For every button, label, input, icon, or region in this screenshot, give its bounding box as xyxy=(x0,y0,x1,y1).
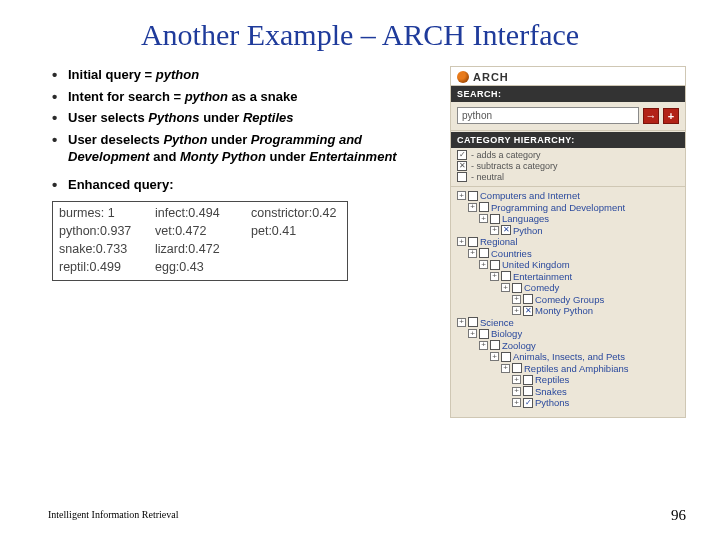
tree-label[interactable]: Python xyxy=(513,225,543,236)
tri-state-checkbox[interactable] xyxy=(490,214,500,224)
tree-row: + Snakes xyxy=(457,386,679,397)
tree-label[interactable]: Reptiles and Amphibians xyxy=(524,363,629,374)
table-cell: snake:0.733 xyxy=(59,241,149,258)
category-tree: + Computers and Internet+ Programming an… xyxy=(451,188,685,417)
tri-state-checkbox[interactable] xyxy=(468,317,478,327)
expand-icon[interactable]: + xyxy=(490,226,499,235)
expand-icon[interactable]: + xyxy=(479,260,488,269)
tri-state-checkbox[interactable]: ✓ xyxy=(523,398,533,408)
expand-icon[interactable]: + xyxy=(479,341,488,350)
tri-state-checkbox[interactable] xyxy=(490,260,500,270)
tri-state-checkbox[interactable] xyxy=(523,294,533,304)
expand-icon[interactable]: + xyxy=(457,191,466,200)
table-cell: burmes: 1 xyxy=(59,205,149,222)
tri-state-checkbox[interactable] xyxy=(479,248,489,258)
tree-label[interactable]: Monty Python xyxy=(535,305,593,316)
search-row: → + xyxy=(451,102,685,130)
slide-title: Another Example – ARCH Interface xyxy=(0,18,720,52)
bullet-list: Initial query = python Intent for search… xyxy=(52,66,438,193)
tri-state-checkbox[interactable]: ✕ xyxy=(501,225,511,235)
text-italic: python xyxy=(156,67,199,82)
legend-text: - adds a category xyxy=(471,150,541,160)
tree-row: +✕ Monty Python xyxy=(457,305,679,316)
tree-label[interactable]: United Kingdom xyxy=(502,259,570,270)
tree-label[interactable]: Animals, Insects, and Pets xyxy=(513,351,625,362)
enhanced-query-table: burmes: 1infect:0.494constrictor:0.42pyt… xyxy=(52,201,348,281)
tree-row: +✕ Python xyxy=(457,225,679,236)
tri-state-checkbox[interactable] xyxy=(523,386,533,396)
expand-icon[interactable]: + xyxy=(501,364,510,373)
legend-add: ✓ - adds a category xyxy=(457,150,679,160)
tri-state-checkbox[interactable] xyxy=(512,363,522,373)
tree-label[interactable]: Snakes xyxy=(535,386,567,397)
text: under xyxy=(270,149,310,164)
expand-icon[interactable]: + xyxy=(468,249,477,258)
tree-row: + Biology xyxy=(457,328,679,339)
expand-icon[interactable]: + xyxy=(457,237,466,246)
table-cell: egg:0.43 xyxy=(155,259,245,276)
tree-label[interactable]: Science xyxy=(480,317,514,328)
expand-icon[interactable]: + xyxy=(490,352,499,361)
tree-row: + Animals, Insects, and Pets xyxy=(457,351,679,362)
text: Intent for search = xyxy=(68,89,185,104)
expand-icon[interactable]: + xyxy=(468,203,477,212)
table-cell: reptil:0.499 xyxy=(59,259,149,276)
expand-icon[interactable]: + xyxy=(512,375,521,384)
content-area: Initial query = python Intent for search… xyxy=(0,66,720,418)
text: under xyxy=(211,132,251,147)
tree-row: + Comedy Groups xyxy=(457,294,679,305)
tree-row: + Science xyxy=(457,317,679,328)
tree-label[interactable]: Comedy xyxy=(524,282,559,293)
text-italic: python xyxy=(185,89,232,104)
expand-icon[interactable]: + xyxy=(479,214,488,223)
tri-state-checkbox[interactable] xyxy=(501,271,511,281)
tree-label[interactable]: Countries xyxy=(491,248,532,259)
legend-text: - subtracts a category xyxy=(471,161,558,171)
expand-icon[interactable]: + xyxy=(512,387,521,396)
tri-state-checkbox[interactable] xyxy=(468,191,478,201)
bullet-2: Intent for search = python as a snake xyxy=(52,88,438,106)
tri-state-checkbox[interactable] xyxy=(512,283,522,293)
tree-label[interactable]: Programming and Development xyxy=(491,202,625,213)
tri-state-checkbox[interactable] xyxy=(468,237,478,247)
tri-state-checkbox[interactable] xyxy=(523,375,533,385)
text-italic: Pythons xyxy=(148,110,203,125)
tree-label[interactable]: Pythons xyxy=(535,397,569,408)
search-input[interactable] xyxy=(457,107,639,124)
expand-icon[interactable]: + xyxy=(468,329,477,338)
arch-logo-bar: ARCH xyxy=(451,67,685,86)
tree-label[interactable]: Computers and Internet xyxy=(480,190,580,201)
expand-icon[interactable]: + xyxy=(457,318,466,327)
bullet-1: Initial query = python xyxy=(52,66,438,84)
checkbox-icon: ✓ xyxy=(457,150,467,160)
expand-icon[interactable]: + xyxy=(490,272,499,281)
tri-state-checkbox[interactable]: ✕ xyxy=(523,306,533,316)
tri-state-checkbox[interactable] xyxy=(501,352,511,362)
expand-icon[interactable]: + xyxy=(512,295,521,304)
go-button[interactable]: → xyxy=(643,108,659,124)
tree-label[interactable]: Biology xyxy=(491,328,522,339)
legend-text: - neutral xyxy=(471,172,504,182)
text: and xyxy=(150,149,180,164)
tree-label[interactable]: Zoology xyxy=(502,340,536,351)
tree-row: + Reptiles xyxy=(457,374,679,385)
tri-state-checkbox[interactable] xyxy=(479,202,489,212)
tri-state-checkbox[interactable] xyxy=(479,329,489,339)
expand-icon[interactable]: + xyxy=(512,398,521,407)
tree-label[interactable]: Reptiles xyxy=(535,374,569,385)
expand-icon[interactable]: + xyxy=(501,283,510,292)
bullet-4: User deselects Python under Programming … xyxy=(52,131,438,166)
table-cell: lizard:0.472 xyxy=(155,241,245,258)
tree-row: + Languages xyxy=(457,213,679,224)
table-cell: python:0.937 xyxy=(59,223,149,240)
text: User deselects xyxy=(68,132,163,147)
tree-label[interactable]: Languages xyxy=(502,213,549,224)
left-column: Initial query = python Intent for search… xyxy=(52,66,438,418)
tree-label[interactable]: Comedy Groups xyxy=(535,294,604,305)
expand-icon[interactable]: + xyxy=(512,306,521,315)
tree-label[interactable]: Regional xyxy=(480,236,518,247)
tri-state-checkbox[interactable] xyxy=(490,340,500,350)
add-button[interactable]: + xyxy=(663,108,679,124)
divider xyxy=(451,186,685,187)
tree-label[interactable]: Entertainment xyxy=(513,271,572,282)
